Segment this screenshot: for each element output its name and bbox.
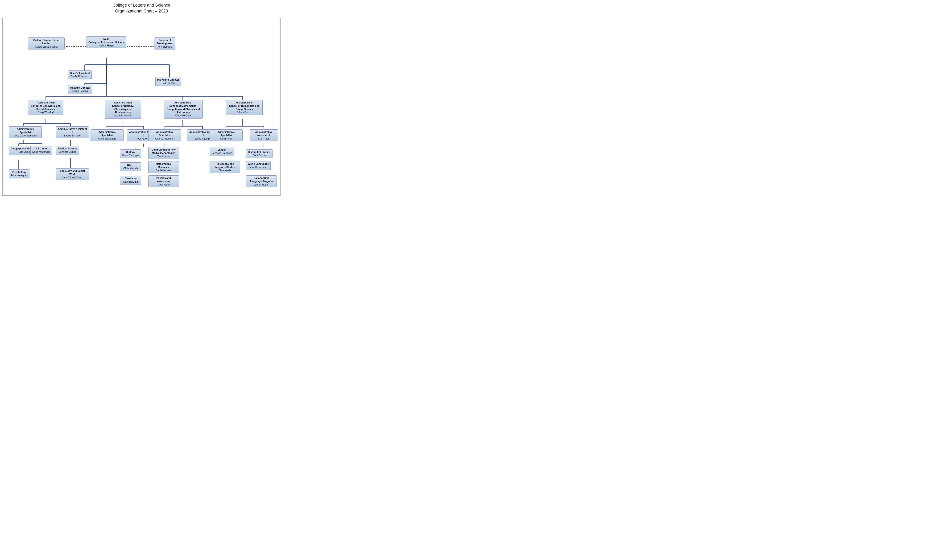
asst-dean-bcb-node: Assistant Dean School of Biology, Chemis… [105,100,141,118]
political-science-node: Political Science Jennifer Collins [56,146,79,155]
sociology-node: Sociology and Social Work Amy Zlimen Tic… [56,168,89,180]
psychology-node: Psychology Erica Weisgram [9,169,30,178]
english-node: English Rebecca Stephens [209,147,234,156]
dean-node: Dean College of Letters and Science Josh… [86,36,126,48]
collaborative-lang-node: Collaborative Language Program Lauren Ro… [246,175,277,188]
deans-assistant-node: Dean's Assistant Carrie Ziolkowski [68,71,92,79]
admin-spec-bss-node: Administrative Specialist Mary Clare Sor… [9,126,42,138]
page-title: College of Letters and Science Organizat… [2,2,280,14]
asst-dean-hgs-node: Assistant Dean School of Humanities and … [226,100,263,115]
admin-asst2-hgs-node: Administrative Assistant II Sam Pech [250,129,278,142]
museum-director-node: Museum Director Sarah Scripps [68,85,92,94]
history-node: History/Intl Studies Brett Barker [246,149,272,158]
marketing-director-node: Marketing Director Scott Tappa [155,77,181,86]
computing-node: Computing and New Media Technologies Tim… [148,147,179,159]
nadf-node: NADF Chris Hartleb [120,162,141,171]
director-dev-node: Director of Development Tony Romano [154,37,175,49]
biology-node: Biology Brian Barringer [120,149,141,158]
philosophy-node: Philosophy and Religious Studies Alice K… [209,161,240,173]
admin-spec-bcb-node: Administrative Specialist Cristina Altob… [91,129,123,142]
admin-asst2-bss-node: Administrative Assistant II Laurie Simon… [56,126,89,138]
physics-node: Physics and Astronomy Mick Veum [148,175,179,188]
chart-container: Dean College of Letters and Science Josh… [5,21,278,191]
admin-spec-mcpa-node: Administrative Specialist Connie Anderso… [148,129,181,142]
chemistry-node: Chemistry Nate Bowling [120,176,141,185]
asst-dean-bss-node: Assistant Dean School of Behavioral and … [28,100,63,115]
world-languages-node: World Languages Vera Klekovkina [246,161,271,170]
gis-center-node: GIS Center Doug Miskowiak [31,146,52,155]
admin-spec-hgs-node: Administrative Specialist Karin Hyler [209,129,243,142]
college-support-node: College Support Team Leader Aaron Schauf… [28,37,65,49]
asst-dean-mcpa-node: Assistant Dean School of Mathematics, Co… [164,100,203,118]
math-sciences-node: Mathematical Sciences Daniel Harnett [148,161,179,173]
chart-border: Dean College of Letters and Science Josh… [2,18,280,195]
